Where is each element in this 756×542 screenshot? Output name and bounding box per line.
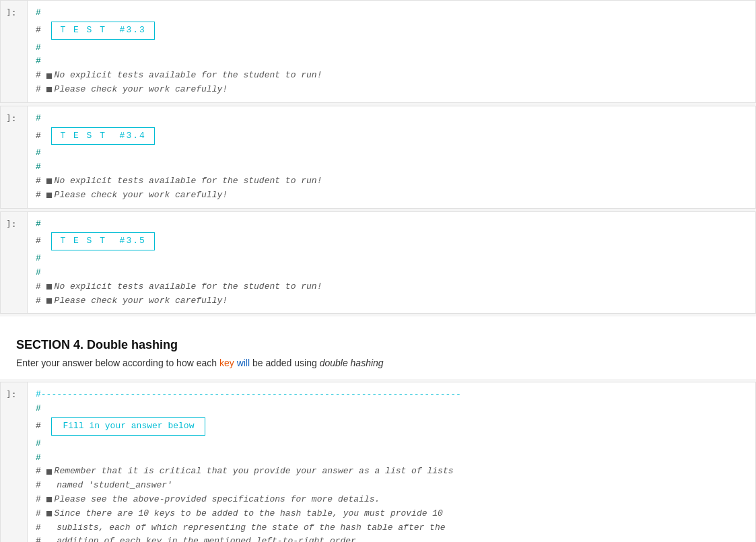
answer-bullet2: Please see the above-provided specificat… [55,493,380,507]
cell-content-answer: #---------------------------------------… [28,382,755,542]
section4-description: Enter your answer below according to how… [16,358,740,368]
cell-answer: ]: #------------------------------------… [0,382,756,542]
bullet-icon-3-4-2 [46,193,52,198]
cell-content-3-5: # # T E S T #3.5 # # # No explicit tests… [28,212,755,314]
cell-content-3-3: # # T E S T #3.3 # # # No explicit tests… [28,1,755,102]
cell-test-3-3: ]: # # T E S T #3.3 # # # No explicit te… [0,0,756,103]
cell-test-3-5: ]: # # T E S T #3.5 # # # No explicit te… [0,211,756,314]
please-check-3-4: Please check your work carefully! [55,189,228,203]
bullet-icon-answer-2 [46,497,52,502]
cell-test-3-4: ]: # # T E S T #3.4 # # # No explicit te… [0,106,756,209]
section4-desc-text3: be added using [250,358,320,368]
cell-label-answer: ]: [1,382,28,542]
section4-double-hashing: double hashing [320,358,384,368]
no-explicit-tests-3-4: No explicit tests available for the stud… [55,174,322,189]
cell-content-3-4: # # T E S T #3.4 # # # No explicit tests… [28,106,755,208]
bullet-icon-3-4-1 [46,178,52,184]
bullet-icon-answer-3 [46,511,52,516]
dashed-line-top: #---------------------------------------… [36,388,747,402]
cell-label-3-4: ]: [1,106,28,208]
bullet-icon-3-3-1 [46,73,52,79]
cell-label-3-5: ]: [1,212,28,314]
answer-sub3: addition of each key in the mentioned le… [57,535,361,542]
section4-will: will [237,358,250,368]
section4-block: SECTION 4. Double hashing Enter your ans… [0,316,756,379]
answer-sub1: named 'student_answer' [57,479,172,493]
please-check-3-5: Please check your work carefully! [55,294,228,308]
bullet-icon-3-5-2 [46,298,52,304]
bullet-icon-3-3-2 [46,87,52,92]
cell-label-3-3: ]: [1,1,28,102]
section4-desc-text1: Enter your answer below according to how… [16,358,219,368]
answer-sub2: sublists, each of which representing the… [57,521,445,535]
section4-key: key [219,358,234,368]
section4-heading: SECTION 4. Double hashing [16,327,740,358]
fill-answer-box: Fill in your answer below [51,417,205,436]
no-explicit-tests-3-5: No explicit tests available for the stud… [55,280,322,294]
answer-bullet3: Since there are 10 keys to be added to t… [55,507,443,521]
bullet-icon-answer-1 [46,469,52,475]
notebook-container: ]: # # T E S T #3.3 # # # No explicit te… [0,0,756,542]
answer-bullet1: Remember that it is critical that you pr… [55,465,454,479]
test-box-3-3: T E S T #3.3 [51,22,154,40]
test-box-3-5: T E S T #3.5 [51,232,154,250]
no-explicit-tests-3-3: No explicit tests available for the stud… [55,69,322,83]
bullet-icon-3-5-1 [46,284,52,290]
please-check-3-3: Please check your work carefully! [55,83,228,97]
test-box-3-4: T E S T #3.4 [51,127,154,145]
